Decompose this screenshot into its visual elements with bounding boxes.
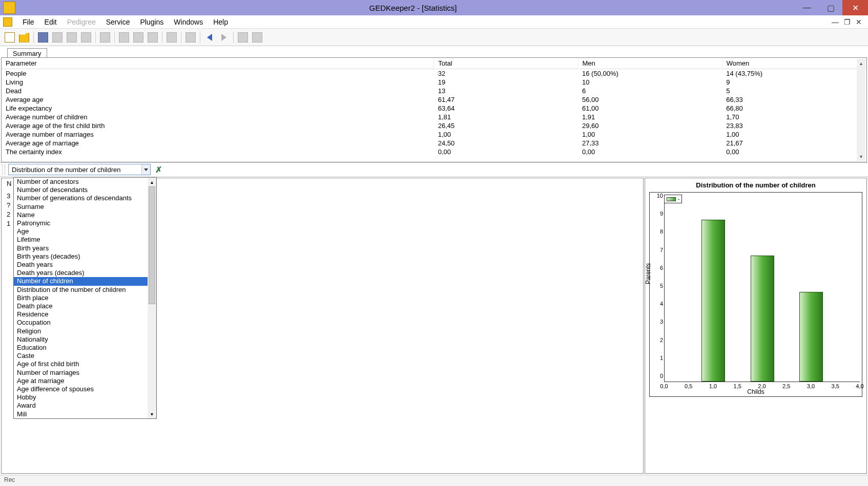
record-add-button[interactable]	[51, 31, 64, 44]
print-icon	[252, 32, 262, 43]
dropdown-option[interactable]: Age at marriage	[14, 377, 156, 385]
menu-help[interactable]: Help	[208, 16, 233, 28]
table-scrollbar[interactable]: ▴ ▾	[857, 59, 865, 161]
record-edit-button[interactable]	[65, 31, 78, 44]
dropdown-option[interactable]: Residence	[14, 310, 156, 319]
dropdown-option[interactable]: Death place	[14, 302, 156, 310]
table-row[interactable]: Dead1365	[2, 87, 866, 95]
dropdown-option[interactable]: Surname	[14, 203, 156, 211]
y-tick-label: 3	[660, 319, 663, 325]
dropdown-option[interactable]: Caste	[14, 352, 156, 360]
dropdown-option[interactable]: Lifetime	[14, 236, 156, 244]
dropdown-option[interactable]: Number of marriages	[14, 369, 156, 377]
legend-swatch-icon	[667, 197, 676, 201]
dropdown-option[interactable]: Nationality	[14, 335, 156, 344]
nav-next-button[interactable]	[217, 31, 231, 44]
dropdown-option[interactable]: Patronymic	[14, 219, 156, 227]
stat-type-dropdown-list[interactable]: Number of ancestorsNumber of descendants…	[13, 177, 157, 419]
dropdown-option[interactable]: Mili	[14, 410, 156, 418]
tree-descendants-button[interactable]	[132, 31, 145, 44]
dropdown-option[interactable]: Birth place	[14, 294, 156, 302]
scroll-up-icon[interactable]: ▴	[148, 178, 156, 186]
tab-summary[interactable]: Summary	[7, 48, 47, 57]
close-button[interactable]: ✕	[842, 0, 868, 15]
export-excel-button[interactable]: ✗	[154, 165, 163, 174]
new-file-button[interactable]	[3, 31, 16, 44]
save-button[interactable]	[36, 31, 50, 44]
col-women[interactable]: Women	[722, 58, 866, 69]
menu-windows[interactable]: Windows	[169, 16, 208, 28]
dropdown-option[interactable]: Education	[14, 344, 156, 352]
menu-service[interactable]: Service	[101, 16, 135, 28]
mdi-close-button[interactable]: ✕	[856, 18, 862, 26]
table-cell: 1,00	[722, 130, 866, 139]
dropdown-option[interactable]: Age of first child birth	[14, 360, 156, 368]
col-total[interactable]: Total	[434, 58, 578, 69]
table-row[interactable]: Life expectancy63,6461,0066,80	[2, 104, 866, 113]
maximize-button[interactable]: ▢	[819, 0, 842, 15]
dropdown-option[interactable]: Birth years	[14, 244, 156, 252]
table-row[interactable]: Living19109	[2, 78, 866, 87]
dropdown-option[interactable]: Death years (decades)	[14, 269, 156, 277]
menu-plugins[interactable]: Plugins	[135, 16, 169, 28]
dropdown-option[interactable]: Number of ancestors	[14, 178, 156, 186]
table-row[interactable]: Average age of the first child birth26,4…	[2, 121, 866, 130]
table-row[interactable]: Average number of marriages1,001,001,00	[2, 130, 866, 139]
dropdown-option[interactable]: Birth years (decades)	[14, 252, 156, 261]
dropdown-option[interactable]: Age difference of spouses	[14, 385, 156, 393]
y-tick-label: 0	[660, 373, 663, 379]
stats-button[interactable]	[184, 31, 197, 44]
dropdown-option[interactable]: Name	[14, 211, 156, 219]
tree-ancestors-button[interactable]	[117, 31, 131, 44]
col-men[interactable]: Men	[578, 58, 722, 69]
scroll-down-icon[interactable]: ▾	[857, 152, 865, 161]
mdi-restore-button[interactable]: ❐	[844, 18, 851, 26]
scroll-down-icon[interactable]: ▾	[148, 410, 156, 418]
tree-both-button[interactable]	[146, 31, 159, 44]
record-delete-button[interactable]	[79, 31, 93, 44]
menu-edit[interactable]: Edit	[39, 16, 62, 28]
scroll-up-icon[interactable]: ▴	[857, 59, 865, 68]
combobox-dropdown-button[interactable]	[141, 164, 150, 175]
scrollbar-thumb[interactable]	[149, 186, 155, 304]
table-row[interactable]: Average age of marriage24,5027,3321,67	[2, 139, 866, 147]
dropdown-option[interactable]: Distribution of the number of children	[14, 286, 156, 294]
table-cell: 9	[722, 78, 866, 87]
dropdown-scrollbar[interactable]: ▴ ▾	[148, 178, 156, 418]
open-file-button[interactable]	[17, 31, 31, 44]
menu-pedigree[interactable]: Pedigree	[62, 16, 101, 28]
stat-type-combobox[interactable]: Distribution of the number of children	[8, 164, 151, 175]
table-cell: Average number of marriages	[2, 130, 434, 139]
dropdown-option[interactable]: Number of generations of descendants	[14, 194, 156, 202]
menu-file[interactable]: File	[17, 16, 39, 28]
combobox-selected-text: Distribution of the number of children	[9, 166, 141, 174]
table-cell: 5	[722, 87, 866, 95]
toolbar-grip-icon	[2, 164, 5, 175]
preview-button[interactable]	[236, 31, 250, 44]
print-button[interactable]	[251, 31, 264, 44]
menubar: File Edit Pedigree Service Plugins Windo…	[0, 15, 868, 29]
table-row[interactable]: Average age61,4756,0066,33	[2, 95, 866, 104]
pedigree-button[interactable]	[165, 31, 178, 44]
table-row[interactable]: Average number of children1,811,911,70	[2, 113, 866, 121]
nav-prev-button[interactable]	[203, 31, 216, 44]
table-row[interactable]: The certainty index0,000,000,00	[2, 147, 866, 156]
minimize-button[interactable]: —	[795, 0, 819, 15]
mdi-child-icon[interactable]	[3, 17, 12, 27]
toolbar-separator	[114, 32, 115, 43]
dropdown-option[interactable]: Occupation	[14, 319, 156, 327]
table-cell: 19	[434, 78, 578, 87]
dropdown-option[interactable]: Age	[14, 227, 156, 236]
dropdown-option[interactable]: Religion	[14, 327, 156, 335]
dropdown-option[interactable]: Number of children	[14, 277, 156, 285]
mdi-minimize-button[interactable]: —	[832, 18, 839, 26]
y-tick-label: 10	[657, 193, 663, 199]
x-tick-label: 3,0	[807, 383, 815, 389]
filter-button[interactable]	[98, 31, 112, 44]
dropdown-option[interactable]: Death years	[14, 261, 156, 269]
table-row[interactable]: People3216 (50,00%)14 (43,75%)	[2, 69, 866, 78]
dropdown-option[interactable]: Number of descendants	[14, 186, 156, 194]
col-parameter[interactable]: Parameter	[2, 58, 434, 69]
dropdown-option[interactable]: Award	[14, 402, 156, 410]
dropdown-option[interactable]: Hobby	[14, 393, 156, 402]
